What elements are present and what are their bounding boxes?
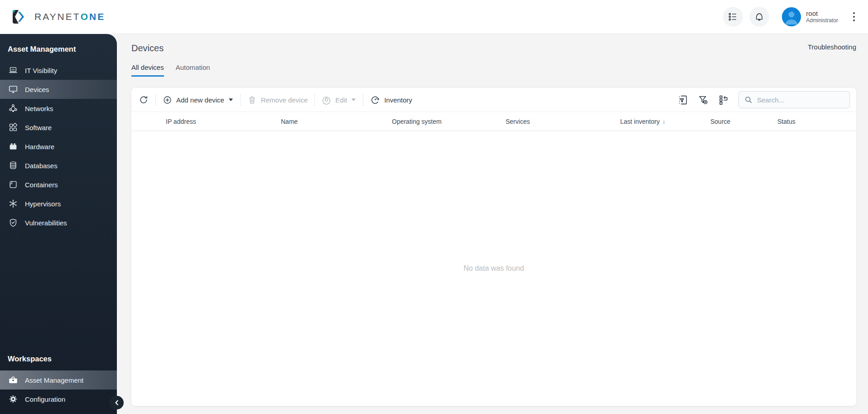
- workspaces-section: Workspaces Asset Management Configuratio…: [0, 355, 117, 409]
- sidebar-item-label: Containers: [25, 181, 58, 189]
- devices-toolbar: Add new device Remove device: [131, 88, 856, 112]
- search-icon: [744, 96, 752, 104]
- tab-automation[interactable]: Automation: [176, 63, 210, 77]
- sidebar: Asset Management IT Visibility Devices N…: [0, 34, 117, 414]
- sidebar-item-networks[interactable]: Networks: [0, 99, 117, 118]
- avatar: [782, 7, 801, 26]
- remove-device-button[interactable]: Remove device: [247, 95, 308, 105]
- sidebar-item-databases[interactable]: Databases: [0, 156, 117, 175]
- brand-mark-icon: [11, 9, 29, 24]
- column-chooser-icon: [718, 94, 729, 106]
- brand-logo[interactable]: RAYNETONE: [11, 9, 105, 24]
- column-header-status[interactable]: Status: [777, 118, 856, 125]
- more-options-button[interactable]: [848, 8, 860, 26]
- software-boxes-icon: [8, 122, 18, 132]
- column-chooser-button[interactable]: [718, 94, 729, 106]
- chevron-left-icon: [114, 399, 120, 406]
- refresh-icon: [139, 95, 149, 105]
- gauge-icon: [370, 95, 380, 105]
- column-header-operating-system[interactable]: Operating system: [392, 118, 506, 125]
- trash-icon: [247, 95, 257, 105]
- page-title: Devices: [131, 43, 164, 54]
- topbar-actions: root Administrator: [717, 7, 860, 27]
- top-bar: RAYNETONE: [0, 0, 868, 34]
- sidebar-item-it-visibility[interactable]: IT Visibility: [0, 61, 117, 80]
- sidebar-item-label: Databases: [25, 162, 58, 170]
- caret-down-icon: [351, 98, 356, 102]
- clear-filter-button[interactable]: [697, 94, 709, 106]
- user-name: root: [806, 10, 838, 17]
- sidebar-item-hardware[interactable]: Hardware: [0, 137, 117, 156]
- brand-wordmark: RAYNETONE: [34, 11, 105, 22]
- sidebar-collapse-button[interactable]: [110, 396, 124, 409]
- column-header-services[interactable]: Services: [506, 118, 620, 125]
- main-content: Devices Troubleshooting All devices Auto…: [117, 34, 868, 414]
- edit-filter-button[interactable]: [677, 94, 689, 106]
- empty-state-message: No data was found: [131, 131, 856, 406]
- column-header-ip-address[interactable]: IP address: [166, 118, 281, 125]
- sidebar-item-devices[interactable]: Devices: [0, 80, 117, 99]
- sidebar-item-label: Networks: [25, 105, 53, 112]
- workspace-item-configuration[interactable]: Configuration: [0, 390, 117, 409]
- tab-all-devices[interactable]: All devices: [131, 63, 164, 77]
- sidebar-item-vulnerabilities[interactable]: Vulnerabilities: [0, 213, 117, 232]
- task-list-button[interactable]: [723, 7, 743, 27]
- workspace-item-label: Configuration: [25, 395, 65, 403]
- bell-icon: [754, 12, 764, 22]
- briefcase-icon: [8, 375, 18, 385]
- column-header-name[interactable]: Name: [281, 118, 392, 125]
- database-icon: [8, 161, 18, 170]
- sidebar-item-label: Devices: [25, 86, 49, 93]
- task-list-icon: [728, 12, 738, 22]
- search-container: [738, 91, 850, 108]
- sidebar-item-hypervisors[interactable]: Hypervisors: [0, 194, 117, 213]
- workspace-item-label: Asset Management: [25, 376, 83, 384]
- sidebar-nav: IT Visibility Devices Networks Software: [0, 61, 117, 232]
- sidebar-item-label: Hypervisors: [25, 200, 61, 208]
- column-header-last-inventory[interactable]: Last inventory ↓: [620, 118, 710, 125]
- search-input[interactable]: [757, 96, 844, 104]
- sidebar-item-software[interactable]: Software: [0, 118, 117, 137]
- devices-panel: Add new device Remove device: [131, 88, 856, 406]
- container-icon: [8, 180, 18, 190]
- filter-document-icon: [677, 94, 689, 106]
- gear-icon: [8, 394, 18, 404]
- sidebar-item-label: Vulnerabilities: [25, 219, 67, 227]
- hardware-icon: [8, 141, 18, 151]
- monitor-icon: [8, 84, 18, 94]
- shield-check-icon: [8, 218, 18, 228]
- table-header: IP address Name Operating system Service…: [131, 112, 856, 131]
- caret-down-icon: [228, 98, 233, 102]
- notifications-button[interactable]: [749, 7, 769, 27]
- laptop-chart-icon: [8, 65, 18, 75]
- gear-outline-icon: [322, 95, 331, 105]
- refresh-button[interactable]: [139, 95, 149, 105]
- sidebar-item-containers[interactable]: Containers: [0, 175, 117, 194]
- troubleshooting-link[interactable]: Troubleshooting: [808, 43, 856, 51]
- network-nodes-icon: [8, 103, 18, 113]
- sidebar-item-label: Hardware: [25, 143, 54, 151]
- add-new-device-button[interactable]: Add new device: [163, 95, 233, 105]
- workspace-item-asset-management[interactable]: Asset Management: [0, 370, 117, 390]
- plus-circle-icon: [163, 95, 172, 105]
- sidebar-item-label: Software: [25, 124, 52, 132]
- tab-bar: All devices Automation: [131, 63, 856, 77]
- inventory-button[interactable]: Inventory: [370, 95, 412, 105]
- user-role: Administrator: [806, 18, 838, 24]
- hypervisor-icon: [8, 199, 18, 209]
- column-header-source[interactable]: Source: [710, 118, 777, 125]
- sort-desc-icon: ↓: [662, 118, 665, 125]
- sidebar-item-label: IT Visibility: [25, 67, 57, 74]
- user-menu[interactable]: root Administrator: [782, 7, 838, 26]
- edit-button[interactable]: Edit: [322, 95, 356, 105]
- filter-clear-icon: [698, 94, 709, 106]
- workspaces-title: Workspaces: [8, 355, 117, 363]
- sidebar-section-title: Asset Management: [8, 45, 117, 54]
